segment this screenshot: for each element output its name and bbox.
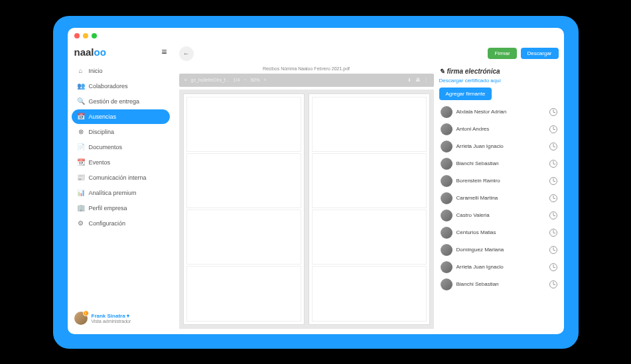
clock-icon <box>549 263 557 271</box>
signer-row[interactable]: Dominguez Mariana <box>439 242 559 258</box>
signer-row[interactable]: Centurios Matias <box>439 225 559 241</box>
signature-panel: ✎ firma electrónica Descargar certificad… <box>439 65 559 329</box>
clock-icon <box>549 280 557 288</box>
signers-list: Abdala Nestor AdrianAntoni AndresArrieta… <box>439 104 559 326</box>
user-block[interactable]: 1 Frank Sinatra ▾ Vista administrador <box>68 308 174 329</box>
signer-avatar <box>441 227 453 239</box>
signer-row[interactable]: Antoni Andres <box>439 121 559 137</box>
clock-icon <box>549 143 557 151</box>
sidebar-item-disciplina[interactable]: ⊗Disciplina <box>72 125 170 139</box>
sidebar-item-documentos[interactable]: 📄Documentos <box>72 140 170 154</box>
clock-icon <box>549 160 557 168</box>
signer-avatar <box>441 175 453 187</box>
pdf-zoom-in-icon[interactable]: + <box>263 78 266 82</box>
user-name: Frank Sinatra ▾ <box>92 313 131 319</box>
signer-name: Borenstein Ramiro <box>456 178 545 184</box>
nav-icon: 🏢 <box>77 204 85 212</box>
clock-icon <box>549 229 557 237</box>
avatar: 1 <box>74 312 88 325</box>
clock-icon <box>549 194 557 202</box>
signer-avatar <box>441 158 453 170</box>
nav-icon: ⊗ <box>77 128 85 136</box>
download-cert-link[interactable]: Descargar certificado aquí <box>439 78 559 88</box>
nav-icon: 📆 <box>77 158 85 166</box>
pdf-viewport[interactable] <box>179 90 434 329</box>
signer-avatar <box>441 123 453 135</box>
app-window: naaloo ≡ ⌂Inicio👥Colaboradores🔍Gestión d… <box>68 28 564 334</box>
nav-icon: ⌂ <box>77 67 85 75</box>
pdf-page-indicator: 1/4 <box>234 78 240 82</box>
sidebar-item-gestión-de-entrega[interactable]: 🔍Gestión de entrega <box>72 94 170 109</box>
nav-label: Inicio <box>89 68 103 74</box>
download-button[interactable]: Descargar <box>521 48 559 59</box>
signer-avatar <box>441 278 453 290</box>
sidebar-item-perfil-empresa[interactable]: 🏢Perfil empresa <box>72 201 170 215</box>
sign-button[interactable]: Firmar <box>488 48 516 59</box>
sidebar-item-ausencias[interactable]: 📅Ausencias <box>72 109 170 124</box>
add-signer-button[interactable]: Agregar firmante <box>439 88 492 100</box>
signer-name: Arrieta Juan Ignacio <box>456 264 545 270</box>
body: Recibos Nómina Naaloo Febrero 2021.pdf ≡… <box>179 65 559 329</box>
pdf-more-icon[interactable]: ⋮ <box>424 78 429 83</box>
pdf-page-1 <box>183 93 305 325</box>
nav-label: Ausencias <box>89 113 117 120</box>
signer-name: Castro Valeria <box>456 212 545 218</box>
user-info: Frank Sinatra ▾ Vista administrador <box>92 313 131 324</box>
brand-row: naaloo ≡ <box>68 46 174 63</box>
sidebar-item-comunicación-interna[interactable]: 📰Comunicación interna <box>72 170 170 185</box>
minimize-window-dot[interactable] <box>83 33 88 38</box>
hamburger-icon[interactable]: ≡ <box>161 46 167 57</box>
signer-avatar <box>441 141 453 152</box>
sidebar-item-eventos[interactable]: 📆Eventos <box>72 155 170 170</box>
user-role: Vista administrador <box>92 319 131 324</box>
signer-row[interactable]: Arrieta Juan Ignacio <box>439 259 559 275</box>
signer-name: Dominguez Mariana <box>456 247 545 253</box>
signer-name: Bianchi Sebastian <box>456 160 545 166</box>
sidebar: naaloo ≡ ⌂Inicio👥Colaboradores🔍Gestión d… <box>68 44 174 334</box>
signer-name: Antoni Andres <box>456 126 545 132</box>
sidebar-item-configuración[interactable]: ⚙Configuración <box>72 216 170 231</box>
nav-label: Configuración <box>89 220 126 227</box>
pdf-zoom-out-icon[interactable]: − <box>244 78 246 82</box>
tablet-frame: naaloo ≡ ⌂Inicio👥Colaboradores🔍Gestión d… <box>44 7 588 358</box>
nav-icon: ⚙ <box>77 219 85 227</box>
signer-avatar <box>441 192 453 204</box>
document-title: Recibos Nómina Naaloo Febrero 2021.pdf <box>179 65 434 74</box>
signature-title: ✎ firma electrónica <box>439 68 559 78</box>
signer-row[interactable]: Bianchi Sebastian <box>439 156 559 172</box>
sidebar-item-inicio[interactable]: ⌂Inicio <box>72 64 170 78</box>
sidebar-item-colaboradores[interactable]: 👥Colaboradores <box>72 79 170 93</box>
pdf-filename: gz_bulletinObs_f... <box>191 78 230 82</box>
pdf-toolbar: ≡ gz_bulletinObs_f... 1/4 − 90% + ⬇ 🖶 ⋮ <box>179 74 434 87</box>
nav-label: Comunicación interna <box>89 174 147 181</box>
maximize-window-dot[interactable] <box>92 33 97 38</box>
nav-label: Gestión de entrega <box>89 98 140 105</box>
main-area: ← Firmar Descargar Recibos Nómina Naaloo… <box>174 44 564 334</box>
pdf-zoom-level: 90% <box>250 78 259 82</box>
signer-avatar <box>441 261 453 273</box>
document-area: Recibos Nómina Naaloo Febrero 2021.pdf ≡… <box>179 65 434 329</box>
pdf-print-icon[interactable]: 🖶 <box>415 78 420 82</box>
signer-row[interactable]: Bianchi Sebastian <box>439 276 559 292</box>
signer-row[interactable]: Castro Valeria <box>439 208 559 223</box>
nav-label: Analítica premium <box>89 190 137 196</box>
signer-name: Centurios Matias <box>456 229 545 235</box>
signer-avatar <box>441 106 453 118</box>
pen-icon: ✎ <box>439 68 445 75</box>
logo[interactable]: naaloo <box>74 46 106 58</box>
signer-row[interactable]: Abdala Nestor Adrian <box>439 104 559 120</box>
pdf-download-icon[interactable]: ⬇ <box>407 78 411 83</box>
sidebar-item-analítica-premium[interactable]: 📊Analítica premium <box>72 186 170 200</box>
signer-row[interactable]: Borenstein Ramiro <box>439 173 559 189</box>
nav-icon: 📄 <box>77 143 85 151</box>
signer-row[interactable]: Arrieta Juan Ignacio <box>439 139 559 154</box>
back-button[interactable]: ← <box>179 46 194 61</box>
signer-row[interactable]: Caramelli Martina <box>439 190 559 206</box>
signer-name: Abdala Nestor Adrian <box>456 109 545 115</box>
nav-icon: 👥 <box>77 82 85 90</box>
pdf-menu-icon[interactable]: ≡ <box>184 78 187 82</box>
close-window-dot[interactable] <box>74 33 80 38</box>
clock-icon <box>549 246 557 254</box>
nav-label: Colaboradores <box>89 83 128 90</box>
app-content: naaloo ≡ ⌂Inicio👥Colaboradores🔍Gestión d… <box>68 44 564 334</box>
